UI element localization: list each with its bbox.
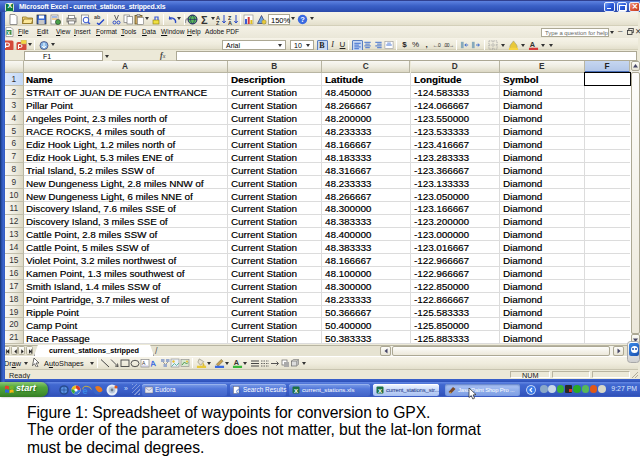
svg-text:A: A (530, 40, 536, 49)
svg-text:?: ? (300, 15, 305, 24)
svg-text:A: A (150, 359, 157, 368)
svg-text:Z: Z (216, 20, 220, 25)
svg-text:X: X (378, 388, 382, 394)
svg-text:ab: ab (94, 14, 101, 20)
svg-text:X: X (294, 388, 298, 394)
svg-text:Σ: Σ (201, 14, 208, 25)
svg-text:A: A (234, 358, 240, 367)
svg-text:A: A (228, 20, 232, 25)
